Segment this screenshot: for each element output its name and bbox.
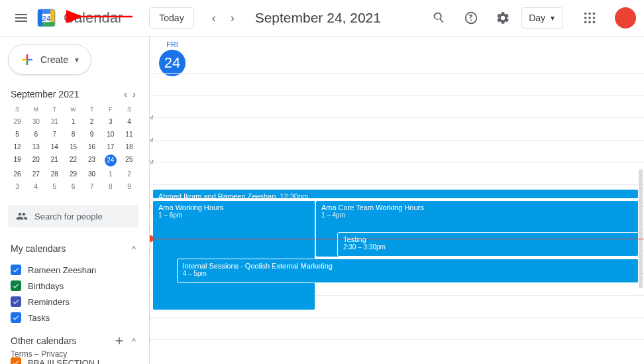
- mini-day[interactable]: 18: [120, 141, 138, 153]
- mini-day[interactable]: 1: [64, 115, 82, 128]
- calendar-checkbox[interactable]: [11, 280, 21, 291]
- hour-label: 7 PM: [149, 314, 150, 321]
- my-calendars-header[interactable]: My calendars ^: [8, 239, 138, 258]
- create-button[interactable]: Create ▼: [8, 44, 91, 75]
- mini-day[interactable]: 11: [120, 128, 138, 141]
- mini-calendar-header: September 2021 ‹ ›: [8, 88, 138, 99]
- my-calendar-item[interactable]: Reminders: [8, 294, 138, 310]
- terms-link[interactable]: Terms: [11, 349, 32, 359]
- scrollbar[interactable]: [637, 36, 643, 364]
- hour-label: 9 AM: [149, 92, 150, 99]
- calendar-checkbox[interactable]: [11, 265, 21, 275]
- calendar-checkbox[interactable]: [11, 296, 21, 307]
- mini-month-label: September 2021: [11, 89, 80, 99]
- date-nav: ‹ ›: [205, 9, 242, 27]
- mini-day[interactable]: 29: [64, 168, 82, 180]
- mini-prev-month[interactable]: ‹: [124, 88, 127, 99]
- mini-day[interactable]: 5: [8, 128, 27, 141]
- google-apps-button[interactable]: [576, 5, 603, 31]
- hour-label: 4 PM: [149, 247, 150, 254]
- mini-day[interactable]: 7: [83, 180, 101, 193]
- day-of-week: FRI: [159, 40, 186, 48]
- privacy-link[interactable]: Privacy: [41, 349, 67, 359]
- mini-day[interactable]: 9: [120, 180, 138, 193]
- mini-day[interactable]: 10: [101, 128, 120, 141]
- mini-day[interactable]: 19: [8, 153, 27, 168]
- prev-day-button[interactable]: ‹: [205, 9, 223, 27]
- mini-day[interactable]: 24: [105, 154, 117, 166]
- my-calendars-title: My calendars: [11, 243, 66, 254]
- mini-next-month[interactable]: ›: [133, 88, 136, 99]
- mini-day[interactable]: 27: [27, 168, 45, 180]
- view-switcher[interactable]: Day ▼: [521, 7, 563, 29]
- svg-point-14: [593, 21, 596, 24]
- mini-day[interactable]: 17: [101, 141, 120, 153]
- mini-day[interactable]: 8: [64, 128, 82, 141]
- calendar-checkbox[interactable]: [11, 312, 21, 323]
- hour-label: 1 PM: [149, 181, 150, 188]
- calendar-event[interactable]: Ahmed Ikram and Rameen Zeeshan, 12:30pm: [152, 189, 639, 199]
- grid-line: [152, 73, 644, 74]
- mini-day[interactable]: 6: [64, 180, 82, 193]
- mini-day[interactable]: 21: [45, 153, 64, 168]
- current-time-indicator: [150, 239, 644, 239]
- scrollbar-thumb[interactable]: [639, 169, 643, 288]
- svg-point-6: [584, 13, 587, 15]
- mini-day[interactable]: 25: [120, 153, 138, 168]
- time-grid[interactable]: 8 AM9 AM10 AM11 AM12 PM1 PM2 PM3 PM4 PM5…: [150, 73, 644, 364]
- main-menu-button[interactable]: [8, 5, 34, 31]
- mini-day[interactable]: 2: [120, 168, 138, 180]
- mini-day[interactable]: 2: [83, 115, 101, 128]
- mini-day[interactable]: 23: [83, 153, 101, 168]
- my-calendar-item[interactable]: Rameen Zeeshan: [8, 262, 138, 278]
- mini-day[interactable]: 7: [45, 128, 64, 141]
- mini-day[interactable]: 13: [27, 141, 45, 153]
- mini-dow: T: [45, 103, 64, 115]
- mini-day[interactable]: 26: [8, 168, 27, 180]
- calendar-event[interactable]: Internal Sessions - Qoolish External Mar…: [177, 259, 639, 283]
- chevron-up-icon: ^: [132, 336, 136, 346]
- mini-day[interactable]: 4: [120, 115, 138, 128]
- mini-day[interactable]: 1: [101, 168, 120, 180]
- search-button[interactable]: [426, 5, 453, 31]
- mini-day[interactable]: 29: [8, 115, 27, 128]
- mini-day[interactable]: 8: [101, 180, 120, 193]
- mini-calendar[interactable]: SMTWTFS293031123456789101112131415161718…: [8, 103, 138, 193]
- mini-day[interactable]: 31: [45, 115, 64, 128]
- search-people-input[interactable]: Search for people: [8, 205, 138, 227]
- add-calendar-button[interactable]: [113, 335, 125, 347]
- my-calendar-item[interactable]: Tasks: [8, 310, 138, 326]
- grid-line: [152, 184, 644, 185]
- help-icon: [464, 11, 478, 25]
- next-day-button[interactable]: ›: [223, 9, 242, 27]
- mini-day[interactable]: 30: [83, 168, 101, 180]
- mini-day[interactable]: 22: [64, 153, 82, 168]
- calendar-logo-icon: 24: [36, 7, 57, 29]
- search-people-label: Search for people: [34, 212, 103, 221]
- calendar-label: Tasks: [28, 313, 50, 323]
- mini-day[interactable]: 6: [27, 128, 45, 141]
- calendar-event[interactable]: Ama Working Hours1 – 6pm: [152, 200, 315, 310]
- mini-day[interactable]: 3: [8, 180, 27, 193]
- my-calendar-item[interactable]: Birthdays: [8, 278, 138, 294]
- mini-day[interactable]: 14: [45, 141, 64, 153]
- today-button[interactable]: Today: [149, 7, 193, 29]
- account-avatar[interactable]: [615, 7, 636, 29]
- mini-day[interactable]: 3: [101, 115, 120, 128]
- mini-day[interactable]: 9: [83, 128, 101, 141]
- day-number[interactable]: 24: [159, 50, 186, 76]
- mini-day[interactable]: 15: [64, 141, 82, 153]
- mini-day[interactable]: 12: [8, 141, 27, 153]
- hour-label: 8 AM: [149, 70, 150, 76]
- settings-button[interactable]: [490, 5, 516, 31]
- mini-day[interactable]: 20: [27, 153, 45, 168]
- mini-day[interactable]: 30: [27, 115, 45, 128]
- support-button[interactable]: [458, 5, 484, 31]
- mini-day[interactable]: 16: [83, 141, 101, 153]
- mini-day[interactable]: 5: [45, 180, 64, 193]
- other-calendars-header[interactable]: Other calendars ^: [8, 331, 138, 351]
- calendar-event[interactable]: Testing2:30 – 3:30pm: [337, 232, 639, 257]
- header: 24 Calendar Today ‹ › September 24, 2021…: [0, 0, 644, 36]
- mini-day[interactable]: 4: [27, 180, 45, 193]
- mini-day[interactable]: 28: [45, 168, 64, 180]
